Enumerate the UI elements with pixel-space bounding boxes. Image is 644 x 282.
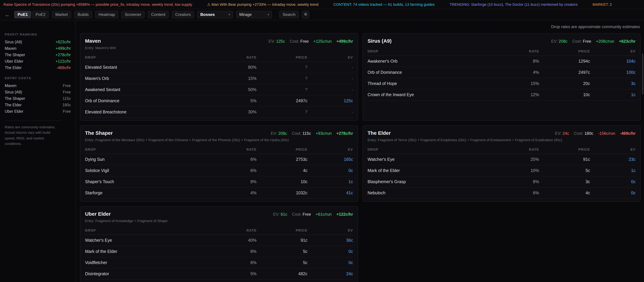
drop-rate: 12% — [502, 92, 539, 97]
cost-label: Cost: — [292, 212, 302, 217]
tab-screener[interactable]: Screener — [122, 11, 145, 18]
chevron-down-icon: ▾ — [268, 13, 269, 16]
card-header: Maven EV: 125c Cost: Free +125c/run +499… — [85, 38, 353, 44]
ticker-item-spike-alert: Raise Spectre of Transience (20c) pumpin… — [4, 2, 192, 6]
drop-price: 482c — [256, 272, 308, 276]
drop-ev: 104c — [590, 59, 636, 64]
cost-value: 115c — [302, 131, 311, 136]
drop-row: Maven's Orb 15% ? - — [85, 73, 353, 84]
scrollbar-thumb[interactable] — [642, 53, 643, 94]
drop-rate: 8% — [219, 179, 256, 184]
profit-value: -469c/hr — [56, 65, 71, 70]
drop-rate: 30% — [219, 110, 256, 114]
ev-value: 125c — [276, 39, 285, 44]
ev-value: 208c — [559, 39, 568, 44]
drop-ev: - — [308, 87, 353, 92]
drop-name: Watcher's Eye — [368, 157, 502, 162]
drop-name: Elevated Breachstone — [85, 110, 219, 114]
drop-ev: 36c — [308, 238, 353, 243]
per-run-value: -156c/run — [598, 131, 615, 136]
drop-row: Voidfletcher 6% 5c 0c — [85, 257, 353, 269]
drop-name: Shaper's Touch — [85, 179, 219, 184]
boss-name: Uber Elder — [5, 109, 24, 113]
drop-rate: 40% — [219, 238, 256, 243]
drop-row: Thread of Hope 15% 20c 3c — [368, 78, 636, 89]
drop-price: 5c — [256, 249, 308, 254]
drop-name: Starforge — [85, 191, 219, 195]
col-drop: DROP — [368, 148, 502, 151]
drop-price: ? — [256, 65, 308, 70]
drop-rate: 10% — [502, 168, 539, 173]
cost-value: 180c — [584, 131, 593, 136]
entry-line: Entry: Fragment of Terror (35c) + Fragme… — [368, 138, 636, 142]
col-ev: EV — [590, 148, 636, 151]
drop-rate: 15% — [502, 81, 539, 86]
settings-button[interactable]: ⚙ — [302, 11, 309, 18]
drop-row: Orb of Dominance 5% 2497c 125c — [85, 95, 353, 107]
drop-name: Solstice Vigil — [85, 168, 219, 173]
drop-rate: 6% — [502, 191, 539, 195]
mirage-select[interactable]: Mirage ▾ — [236, 11, 272, 18]
card-stats: EV: 208c Cost: Free +208c/run +623c/hr — [551, 39, 636, 44]
boss-card-grid: Maven EV: 125c Cost: Free +125c/run +499… — [80, 33, 640, 282]
drop-ev: 100c — [590, 70, 636, 75]
tab-heatmap[interactable]: Heatmap — [95, 11, 118, 18]
drop-row: Disintegrator 5% 482c 24c — [85, 269, 353, 280]
per-run-value: +61c/run — [316, 212, 332, 217]
drop-rate: 50% — [219, 87, 256, 92]
table-header: DROP RATE PRICE EV — [85, 53, 353, 62]
drop-table: DROP RATE PRICE EV Awakener's Orb 8% 129… — [368, 47, 636, 101]
drop-price: 5c — [539, 168, 590, 173]
bosses-select[interactable]: Bosses ▾ — [197, 11, 233, 18]
boss-card-elder: The Elder EV: 24c Cost: 180c -156c/run -… — [362, 125, 640, 202]
per-run-value: +93c/run — [316, 131, 332, 136]
ev-label: EV: — [273, 212, 280, 217]
drop-rate: 6% — [219, 157, 256, 162]
col-ev: EV — [308, 229, 353, 232]
drop-rate: 4% — [219, 191, 256, 195]
drop-price: 10c — [256, 179, 308, 184]
search-button[interactable]: Search — [279, 11, 299, 18]
drop-price: 2497c — [256, 98, 308, 103]
drop-row: Starforge 4% 1032c 41c — [85, 188, 353, 199]
tab-builds[interactable]: Builds — [74, 11, 92, 18]
drop-price: 2753c — [256, 157, 308, 162]
drop-row: Solstice Vigil 6% 4c 0c — [85, 165, 353, 176]
drop-row: Elevated Sextant 80% ? - — [85, 62, 353, 73]
per-run-value: +208c/run — [596, 39, 614, 44]
drop-ev: 24c — [308, 272, 353, 276]
drop-name: Orb of Dominance — [85, 98, 219, 103]
col-ev: EV — [590, 49, 636, 53]
tab-poe1[interactable]: PoE1 — [14, 11, 31, 18]
col-rate: RATE — [502, 148, 539, 151]
nav-bar: ← PoE1 PoE2 Market Builds Heatmap Screen… — [0, 9, 644, 20]
entry-cost-value: Free — [63, 109, 71, 113]
drop-ev: 41c — [308, 191, 353, 195]
boss-card-sirus: Sirus (A9) EV: 208c Cost: Free +208c/run… — [362, 33, 640, 121]
profit-rank-row: Maven +499c/hr — [5, 45, 71, 51]
entry-cost-row: Maven Free — [5, 82, 71, 89]
boss-title: The Shaper — [85, 130, 113, 136]
tab-creators[interactable]: Creators — [172, 11, 194, 18]
table-header: DROP RATE PRICE EV — [368, 145, 636, 154]
entry-cost-row: Sirus (A9) Free — [5, 89, 71, 95]
back-button[interactable]: ← — [4, 12, 11, 17]
ev-label: EV: — [551, 39, 558, 44]
col-rate: RATE — [502, 49, 539, 53]
drop-ev: 0c — [590, 179, 636, 184]
drop-rates-disclaimer: Drop rates are approximate community est… — [80, 24, 640, 29]
boss-name: Uber Elder — [5, 59, 24, 63]
drop-rate: 8% — [219, 249, 256, 254]
game-version-switch: PoE1 PoE2 — [14, 11, 49, 18]
tab-market[interactable]: Market — [52, 11, 71, 18]
drop-row: Awakened Sextant 50% ? - — [85, 84, 353, 95]
tab-content[interactable]: Content — [148, 11, 169, 18]
profit-value: +499c/hr — [56, 46, 71, 50]
table-header: DROP RATE PRICE EV — [368, 47, 636, 56]
tab-poe2[interactable]: PoE2 — [32, 11, 49, 18]
drop-name: Mark of the Elder — [85, 249, 219, 254]
entry-cost-row: Uber Elder Free — [5, 108, 71, 114]
drop-name: Dying Sun — [85, 157, 219, 162]
col-drop: DROP — [85, 55, 219, 59]
drop-price: 20c — [539, 81, 590, 86]
